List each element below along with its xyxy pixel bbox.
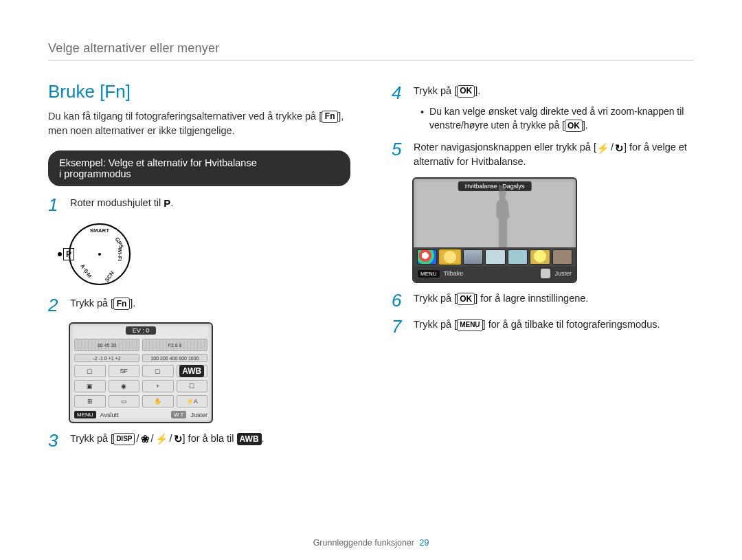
wb-thumb-daylight — [439, 249, 460, 265]
example-line2: i programmodus — [59, 168, 339, 179]
wb-thumb-fluorescent1 — [485, 249, 505, 265]
breadcrumb: Velge alternativer eller menyer — [48, 41, 694, 56]
shutter-dial: 80 45 30 — [74, 339, 139, 351]
slash-icon: / — [170, 433, 172, 444]
menu-cell: + — [142, 380, 174, 392]
macro-icon: ❀ — [141, 433, 150, 445]
slash-icon: / — [611, 142, 614, 153]
step4-post: ]. — [475, 85, 480, 96]
dial-pointer-p: P — [63, 248, 74, 260]
timer-icon: ↻ — [174, 433, 183, 445]
menu-cell: ▭ — [109, 395, 140, 407]
silhouette-figure — [482, 186, 524, 247]
step-1: 1 Roter modushjulet til P. — [48, 196, 350, 214]
slash-icon: / — [136, 433, 139, 444]
divider — [48, 60, 694, 60]
aperture-dial: F2.8 8 — [142, 339, 207, 351]
step-number: 6 — [392, 291, 405, 309]
step-6: 6 Trykk på [OK] for å lagre innstillinge… — [392, 291, 694, 309]
wb-thumbnails — [414, 247, 576, 267]
step2-pre: Trykk på [ — [70, 298, 113, 309]
p-mode-icon: P — [164, 197, 170, 210]
timer-icon: ↻ — [615, 142, 624, 154]
iso-slider: 100 200 400 800 1600 — [142, 354, 207, 362]
flash-icon: ⚡ — [596, 142, 609, 154]
fn-icon: Fn — [322, 111, 338, 123]
nav-icon — [541, 269, 550, 278]
step6-post: ] for å lagre innstillingene. — [475, 293, 588, 304]
step-number: 4 — [392, 84, 405, 102]
dial-pointer: P — [58, 248, 74, 260]
wb-thumb-awb — [417, 249, 437, 265]
menu-cell: ▢ — [74, 365, 106, 377]
step-2: 2 Trykk på [Fn]. — [48, 296, 350, 314]
step-7: 7 Trykk på [MENU] for å gå tilbake til f… — [392, 317, 694, 335]
step-number: 5 — [392, 140, 405, 158]
lcd2-footer-left: Tilbake — [444, 270, 464, 277]
dial-label-wifi: Wi-Fi — [117, 247, 123, 260]
awb-icon: AWB — [237, 433, 262, 445]
awb-icon: AWB — [179, 365, 204, 377]
step-4: 4 Trykk på [OK]. • Du kan velge ønsket v… — [392, 84, 694, 132]
wb-thumb-tungsten — [530, 249, 550, 265]
example-line1: Eksempel: Velge et alternativ for Hvitba… — [59, 157, 339, 168]
step3-pre: Trykk på [ — [70, 433, 113, 444]
menu-cell: ◉ — [109, 380, 140, 392]
step5-pre: Roter navigasjonsknappen eller trykk på … — [414, 142, 596, 153]
menu-tag: MENU — [74, 411, 96, 418]
step1-post: . — [170, 197, 173, 208]
step7-post: ] for å gå tilbake til fotograferingsmod… — [483, 319, 660, 330]
ok-icon: OK — [457, 293, 475, 305]
ok-icon: OK — [457, 85, 475, 98]
dial-label-smart: SMART — [90, 227, 109, 234]
slash-icon: / — [151, 433, 154, 444]
step-number: 1 — [48, 196, 62, 214]
mode-dial-illustration: SMART GPS Wi-Fi SCN A·S·M P — [69, 223, 350, 288]
lcd-footer-right: Juster — [190, 412, 207, 418]
step7-pre: Trykk på [ — [414, 319, 457, 330]
step3-mid: ] for å bla til — [183, 433, 237, 444]
dial-label-scn: SCN — [104, 270, 115, 283]
lcd-fn-menu: EV : 0 80 45 30 F2.8 8 -2 -1 0 +1 +2 100… — [69, 322, 213, 423]
dial-label-asm: A·S·M — [79, 263, 93, 279]
zoom-tag: W T — [171, 411, 187, 418]
example-box: Eksempel: Velge et alternativ for Hvitba… — [48, 150, 350, 186]
disp-icon: DISP — [113, 433, 135, 445]
step-number: 7 — [392, 317, 405, 335]
step-number: 2 — [48, 296, 62, 314]
wb-thumb-fluorescent2 — [508, 249, 528, 265]
ok-icon: OK — [565, 120, 583, 132]
step4-bullet-post: ]. — [583, 120, 588, 131]
page-title: Bruke [Fn] — [48, 81, 350, 102]
step1-text: Roter modushjulet til — [70, 197, 164, 208]
menu-cell: ☐ — [177, 380, 208, 392]
step-5: 5 Roter navigasjonsknappen eller trykk p… — [392, 140, 694, 169]
wb-thumb-cloudy — [463, 249, 483, 265]
flash-icon: ⚡ — [155, 433, 168, 445]
step3-end: . — [262, 433, 265, 444]
step-number: 3 — [48, 432, 62, 449]
ev-slider: -2 -1 0 +1 +2 — [74, 354, 139, 362]
intro-text: Du kan få tilgang til fotograferingsalte… — [48, 109, 350, 138]
menu-cell: ⚡A — [177, 395, 208, 407]
step2-post: ]. — [130, 298, 135, 309]
fn-icon: Fn — [113, 298, 130, 310]
page-footer: Grunnleggende funksjoner 29 — [0, 538, 742, 548]
lcd2-footer-right: Juster — [554, 270, 572, 277]
menu-cell-awb: AWB — [177, 365, 208, 377]
ev-readout: EV : 0 — [126, 326, 157, 335]
intro-before: Du kan få tilgang til fotograferingsalte… — [48, 111, 322, 122]
step6-pre: Trykk på [ — [414, 293, 457, 304]
lcd-whitebalance: Hvitbalanse : Dagslys MENU Tilbake — [412, 177, 577, 283]
menu-icon: MENU — [457, 319, 482, 331]
lcd-footer-left: Avslutt — [100, 412, 167, 418]
step4-pre: Trykk på [ — [414, 85, 457, 96]
footer-label: Grunnleggende funksjoner — [313, 538, 414, 548]
step-3: 3 Trykk på [DISP/❀/⚡/↻] for å bla til AW… — [48, 432, 350, 449]
menu-cell: SF — [109, 365, 140, 377]
wb-thumb-custom — [552, 249, 572, 265]
bullet-icon: • — [420, 105, 424, 132]
menu-cell: ▣ — [74, 380, 106, 392]
menu-cell: ✋ — [142, 395, 174, 407]
menu-cell: ⊞ — [74, 395, 106, 407]
